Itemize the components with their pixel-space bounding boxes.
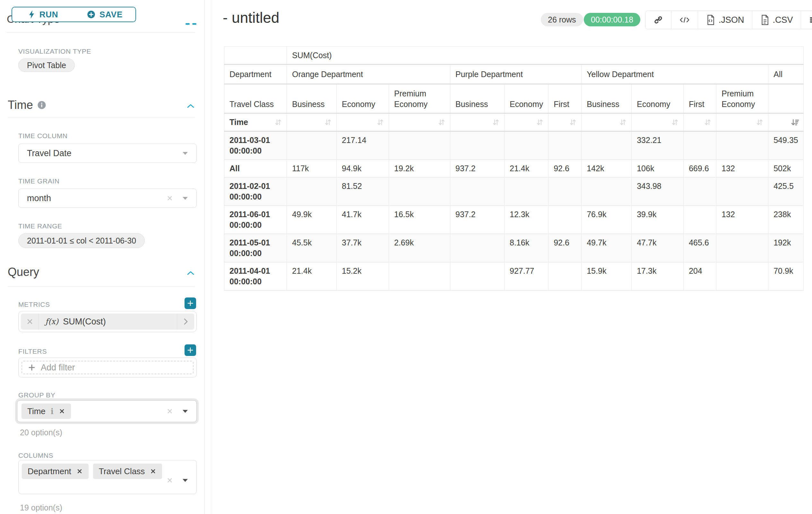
pivot-value-cell: [450, 234, 504, 262]
panel-resize-handle-dot[interactable]: [192, 23, 196, 25]
pivot-row-dimension-header[interactable]: Time: [224, 113, 287, 131]
pivot-value-cell: 92.6: [549, 160, 582, 177]
remove-tag-icon[interactable]: [59, 408, 65, 414]
sort-icon[interactable]: [535, 117, 545, 127]
save-button[interactable]: SAVE: [74, 7, 136, 22]
group-by-tag-time[interactable]: Time i: [22, 404, 71, 419]
pivot-value-cell: [684, 131, 716, 160]
row-count-badge: 26 rows: [541, 13, 583, 26]
info-icon: [37, 100, 47, 110]
sort-icon[interactable]: [491, 117, 501, 127]
sort-column-header[interactable]: [504, 113, 549, 131]
remove-tag-icon[interactable]: [77, 468, 83, 475]
sort-icon[interactable]: [273, 117, 283, 127]
query-section-title: Query: [8, 265, 39, 279]
json-file-icon: [706, 15, 716, 25]
sort-column-header[interactable]: [632, 113, 684, 131]
code-icon: [679, 15, 690, 25]
pivot-class-header: First: [684, 84, 716, 113]
sort-column-header[interactable]: [716, 113, 768, 131]
chevron-down-icon[interactable]: [182, 478, 189, 483]
time-range-pill[interactable]: 2011-01-01 ≤ col < 2011-06-30: [18, 233, 145, 248]
pivot-value-cell: [389, 262, 450, 290]
group-by-select[interactable]: Time i: [17, 400, 197, 422]
visualization-type-pill[interactable]: Pivot Table: [18, 58, 75, 72]
menu-button[interactable]: [801, 11, 812, 29]
pivot-data-row: 2011-02-01 00:00:0081.52343.98425.5: [224, 177, 804, 206]
add-metric-button[interactable]: [184, 297, 196, 309]
clear-time-grain-icon[interactable]: [166, 195, 173, 202]
export-json-button[interactable]: .JSON: [698, 11, 752, 29]
sort-column-header[interactable]: [684, 113, 716, 131]
sort-icon[interactable]: [323, 117, 333, 127]
embed-code-button[interactable]: [671, 11, 698, 29]
sort-icon[interactable]: [568, 117, 578, 127]
pivot-value-cell: 927.77: [504, 262, 549, 290]
pivot-value-cell: [287, 177, 337, 206]
collapse-query-section-icon[interactable]: [185, 269, 196, 277]
clear-columns-icon[interactable]: [166, 477, 173, 484]
pivot-value-cell: [549, 206, 582, 234]
pivot-table-container: SUM(Cost)DepartmentOrange DepartmentPurp…: [224, 46, 804, 291]
columns-tag-department[interactable]: Department: [22, 464, 89, 479]
columns-select[interactable]: Department Travel Class: [18, 460, 197, 494]
pivot-value-cell: 81.52: [337, 177, 389, 206]
time-column-select[interactable]: Travel Date: [18, 143, 197, 163]
pivot-value-cell: 502k: [768, 160, 803, 177]
chevron-down-icon[interactable]: [182, 409, 189, 414]
pivot-value-cell: 15.9k: [582, 262, 632, 290]
sort-icon[interactable]: [755, 117, 765, 127]
panel-resize-handle-dot[interactable]: [185, 23, 190, 25]
remove-metric-icon[interactable]: [21, 314, 39, 330]
copy-link-button[interactable]: [645, 11, 671, 29]
plus-circle-icon: [87, 10, 96, 19]
time-grain-select[interactable]: month: [18, 189, 197, 208]
pivot-value-cell: [504, 177, 549, 206]
fx-icon: ƒ(x): [45, 317, 58, 326]
add-filter-dropzone: Add filter: [22, 361, 194, 374]
sort-icon[interactable]: [375, 117, 385, 127]
sort-icon[interactable]: [670, 117, 680, 127]
export-csv-button[interactable]: .CSV: [752, 11, 801, 29]
chart-title[interactable]: - untitled: [223, 9, 279, 26]
run-button[interactable]: RUN: [12, 7, 74, 22]
pivot-value-cell: [684, 206, 716, 234]
pivot-data-row: 2011-06-01 00:00:0049.9k41.7k16.5k937.21…: [224, 206, 804, 234]
pivot-value-cell: [684, 177, 716, 206]
clear-group-by-icon[interactable]: [166, 408, 173, 415]
sort-icon[interactable]: [618, 117, 628, 127]
link-icon: [653, 15, 663, 25]
expand-metric-icon[interactable]: [177, 314, 194, 330]
sort-column-header[interactable]: [582, 113, 632, 131]
divider: [8, 286, 195, 287]
run-button-label: RUN: [39, 10, 58, 20]
sort-icon[interactable]: [702, 117, 713, 127]
sort-column-header[interactable]: [287, 113, 337, 131]
pivot-corner-cell: [224, 47, 287, 64]
metric-item[interactable]: ƒ(x) SUM(Cost): [18, 311, 197, 332]
pivot-class-header: Business: [582, 84, 632, 113]
pivot-class-header: Business: [287, 84, 337, 113]
sort-descending-icon[interactable]: [790, 117, 800, 127]
columns-tag-travel-class[interactable]: Travel Class: [93, 464, 163, 479]
sort-column-header[interactable]: [337, 113, 389, 131]
pivot-class-header: Economy: [337, 84, 389, 113]
add-filter-button[interactable]: Add filter: [18, 357, 197, 377]
pivot-class-header: Economy: [504, 84, 549, 113]
control-panel: Chart Type RUN SAVE VISUALIZATION TYPE P…: [0, 0, 205, 514]
pivot-value-cell: 217.14: [337, 131, 389, 160]
run-save-button-group: RUN SAVE: [11, 7, 136, 22]
add-filter-plus-button[interactable]: [184, 344, 196, 356]
sort-icon[interactable]: [436, 117, 447, 127]
sort-column-header[interactable]: [549, 113, 582, 131]
pivot-value-cell: 70.9k: [768, 262, 803, 290]
sort-column-header[interactable]: [389, 113, 450, 131]
metric-pill: ƒ(x) SUM(Cost): [21, 314, 194, 330]
sort-column-header[interactable]: [768, 113, 803, 131]
remove-tag-icon[interactable]: [150, 468, 156, 475]
pivot-value-cell: [716, 234, 768, 262]
collapse-time-section-icon[interactable]: [185, 102, 196, 110]
sort-column-header[interactable]: [450, 113, 504, 131]
pivot-value-cell: 47.7k: [632, 234, 684, 262]
pivot-value-cell: 21.4k: [504, 160, 549, 177]
